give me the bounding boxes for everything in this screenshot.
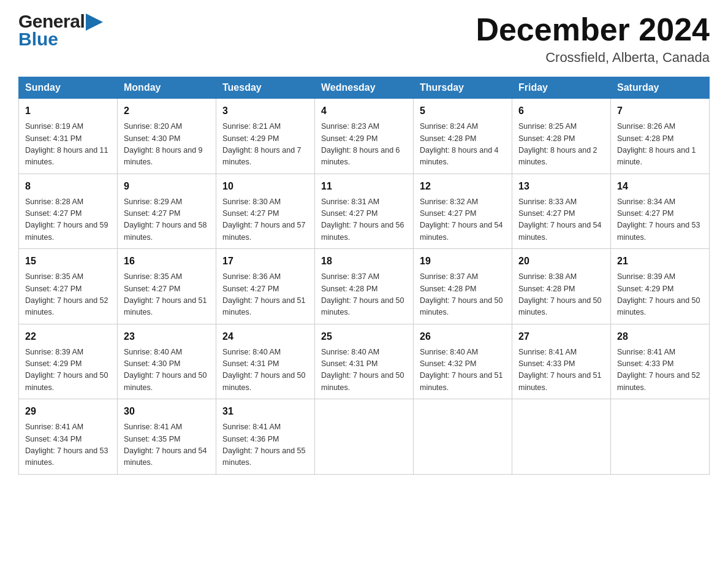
table-row: 8 Sunrise: 8:28 AMSunset: 4:27 PMDayligh… — [19, 174, 118, 249]
day-info: Sunrise: 8:35 AMSunset: 4:27 PMDaylight:… — [25, 271, 111, 319]
calendar-week-row: 8 Sunrise: 8:28 AMSunset: 4:27 PMDayligh… — [19, 174, 710, 249]
day-info: Sunrise: 8:40 AMSunset: 4:32 PMDaylight:… — [420, 347, 506, 394]
day-info: Sunrise: 8:31 AMSunset: 4:27 PMDaylight:… — [321, 196, 407, 244]
calendar-week-row: 1 Sunrise: 8:19 AMSunset: 4:31 PMDayligh… — [19, 99, 710, 174]
table-row: 19 Sunrise: 8:37 AMSunset: 4:28 PMDaylig… — [414, 249, 512, 324]
day-number: 22 — [25, 329, 111, 344]
table-row: 24 Sunrise: 8:40 AMSunset: 4:31 PMDaylig… — [216, 324, 315, 399]
day-number: 8 — [25, 179, 111, 194]
table-row: 1 Sunrise: 8:19 AMSunset: 4:31 PMDayligh… — [19, 99, 118, 174]
table-row: 15 Sunrise: 8:35 AMSunset: 4:27 PMDaylig… — [19, 249, 118, 324]
day-info: Sunrise: 8:25 AMSunset: 4:28 PMDaylight:… — [518, 121, 604, 169]
day-number: 18 — [321, 254, 407, 269]
day-info: Sunrise: 8:38 AMSunset: 4:28 PMDaylight:… — [518, 271, 604, 319]
day-number: 10 — [222, 179, 308, 194]
day-number: 26 — [420, 329, 506, 344]
table-row: 7 Sunrise: 8:26 AMSunset: 4:28 PMDayligh… — [611, 99, 710, 174]
title-block: December 2024 Crossfield, Alberta, Canad… — [476, 12, 710, 66]
day-info: Sunrise: 8:30 AMSunset: 4:27 PMDaylight:… — [222, 196, 308, 244]
table-row: 6 Sunrise: 8:25 AMSunset: 4:28 PMDayligh… — [512, 99, 611, 174]
day-number: 3 — [222, 104, 308, 118]
col-wednesday: Wednesday — [315, 77, 414, 99]
col-monday: Monday — [118, 77, 216, 99]
col-saturday: Saturday — [611, 77, 710, 99]
table-row — [512, 399, 611, 475]
calendar-week-row: 22 Sunrise: 8:39 AMSunset: 4:29 PMDaylig… — [19, 324, 710, 399]
day-info: Sunrise: 8:34 AMSunset: 4:27 PMDaylight:… — [617, 196, 703, 244]
day-info: Sunrise: 8:24 AMSunset: 4:28 PMDaylight:… — [420, 121, 506, 169]
location-subtitle: Crossfield, Alberta, Canada — [476, 50, 710, 66]
day-info: Sunrise: 8:39 AMSunset: 4:29 PMDaylight:… — [617, 271, 703, 319]
day-number: 28 — [617, 329, 703, 344]
table-row: 22 Sunrise: 8:39 AMSunset: 4:29 PMDaylig… — [19, 324, 118, 399]
table-row: 29 Sunrise: 8:41 AMSunset: 4:34 PMDaylig… — [19, 399, 118, 475]
day-number: 9 — [124, 179, 210, 194]
day-info: Sunrise: 8:41 AMSunset: 4:33 PMDaylight:… — [617, 347, 703, 394]
table-row: 28 Sunrise: 8:41 AMSunset: 4:33 PMDaylig… — [611, 324, 710, 399]
day-number: 1 — [25, 104, 111, 118]
table-row: 5 Sunrise: 8:24 AMSunset: 4:28 PMDayligh… — [414, 99, 512, 174]
table-row: 9 Sunrise: 8:29 AMSunset: 4:27 PMDayligh… — [118, 174, 216, 249]
logo-blue-text: Blue — [18, 29, 58, 49]
day-info: Sunrise: 8:21 AMSunset: 4:29 PMDaylight:… — [222, 121, 308, 169]
day-number: 13 — [518, 179, 604, 194]
table-row: 30 Sunrise: 8:41 AMSunset: 4:35 PMDaylig… — [118, 399, 216, 475]
day-info: Sunrise: 8:19 AMSunset: 4:31 PMDaylight:… — [25, 121, 111, 169]
day-info: Sunrise: 8:37 AMSunset: 4:28 PMDaylight:… — [321, 271, 407, 319]
day-number: 19 — [420, 254, 506, 269]
page-header: General Blue December 2024 Crossfield, A… — [18, 12, 710, 66]
table-row: 16 Sunrise: 8:35 AMSunset: 4:27 PMDaylig… — [118, 249, 216, 324]
month-title: December 2024 — [476, 12, 710, 47]
svg-marker-0 — [86, 13, 103, 31]
day-number: 21 — [617, 254, 703, 269]
day-number: 5 — [420, 104, 506, 118]
logo-triangle-icon — [86, 13, 103, 31]
table-row: 11 Sunrise: 8:31 AMSunset: 4:27 PMDaylig… — [315, 174, 414, 249]
table-row: 3 Sunrise: 8:21 AMSunset: 4:29 PMDayligh… — [216, 99, 315, 174]
day-info: Sunrise: 8:40 AMSunset: 4:31 PMDaylight:… — [222, 347, 308, 394]
col-sunday: Sunday — [19, 77, 118, 99]
table-row: 12 Sunrise: 8:32 AMSunset: 4:27 PMDaylig… — [414, 174, 512, 249]
table-row: 23 Sunrise: 8:40 AMSunset: 4:30 PMDaylig… — [118, 324, 216, 399]
day-info: Sunrise: 8:32 AMSunset: 4:27 PMDaylight:… — [420, 196, 506, 244]
table-row: 21 Sunrise: 8:39 AMSunset: 4:29 PMDaylig… — [611, 249, 710, 324]
day-info: Sunrise: 8:40 AMSunset: 4:31 PMDaylight:… — [321, 347, 407, 394]
col-tuesday: Tuesday — [216, 77, 315, 99]
calendar-week-row: 29 Sunrise: 8:41 AMSunset: 4:34 PMDaylig… — [19, 399, 710, 475]
table-row — [315, 399, 414, 475]
calendar-week-row: 15 Sunrise: 8:35 AMSunset: 4:27 PMDaylig… — [19, 249, 710, 324]
day-number: 27 — [518, 329, 604, 344]
day-info: Sunrise: 8:28 AMSunset: 4:27 PMDaylight:… — [25, 196, 111, 244]
day-number: 23 — [124, 329, 210, 344]
table-row — [611, 399, 710, 475]
day-number: 16 — [124, 254, 210, 269]
day-number: 14 — [617, 179, 703, 194]
day-info: Sunrise: 8:39 AMSunset: 4:29 PMDaylight:… — [25, 347, 111, 394]
day-info: Sunrise: 8:26 AMSunset: 4:28 PMDaylight:… — [617, 121, 703, 169]
table-row: 4 Sunrise: 8:23 AMSunset: 4:29 PMDayligh… — [315, 99, 414, 174]
day-info: Sunrise: 8:41 AMSunset: 4:36 PMDaylight:… — [222, 421, 308, 469]
day-number: 20 — [518, 254, 604, 269]
table-row: 17 Sunrise: 8:36 AMSunset: 4:27 PMDaylig… — [216, 249, 315, 324]
table-row: 31 Sunrise: 8:41 AMSunset: 4:36 PMDaylig… — [216, 399, 315, 475]
day-number: 4 — [321, 104, 407, 118]
day-number: 6 — [518, 104, 604, 118]
day-number: 17 — [222, 254, 308, 269]
calendar-table: Sunday Monday Tuesday Wednesday Thursday… — [18, 77, 710, 475]
day-info: Sunrise: 8:23 AMSunset: 4:29 PMDaylight:… — [321, 121, 407, 169]
day-info: Sunrise: 8:41 AMSunset: 4:34 PMDaylight:… — [25, 421, 111, 469]
day-number: 15 — [25, 254, 111, 269]
table-row: 26 Sunrise: 8:40 AMSunset: 4:32 PMDaylig… — [414, 324, 512, 399]
day-info: Sunrise: 8:37 AMSunset: 4:28 PMDaylight:… — [420, 271, 506, 319]
table-row: 20 Sunrise: 8:38 AMSunset: 4:28 PMDaylig… — [512, 249, 611, 324]
day-number: 11 — [321, 179, 407, 194]
table-row: 13 Sunrise: 8:33 AMSunset: 4:27 PMDaylig… — [512, 174, 611, 249]
col-thursday: Thursday — [414, 77, 512, 99]
logo-general: General — [18, 12, 85, 31]
table-row: 10 Sunrise: 8:30 AMSunset: 4:27 PMDaylig… — [216, 174, 315, 249]
table-row: 2 Sunrise: 8:20 AMSunset: 4:30 PMDayligh… — [118, 99, 216, 174]
calendar-body: 1 Sunrise: 8:19 AMSunset: 4:31 PMDayligh… — [19, 99, 710, 475]
table-row: 25 Sunrise: 8:40 AMSunset: 4:31 PMDaylig… — [315, 324, 414, 399]
day-info: Sunrise: 8:41 AMSunset: 4:33 PMDaylight:… — [518, 347, 604, 394]
day-number: 25 — [321, 329, 407, 344]
